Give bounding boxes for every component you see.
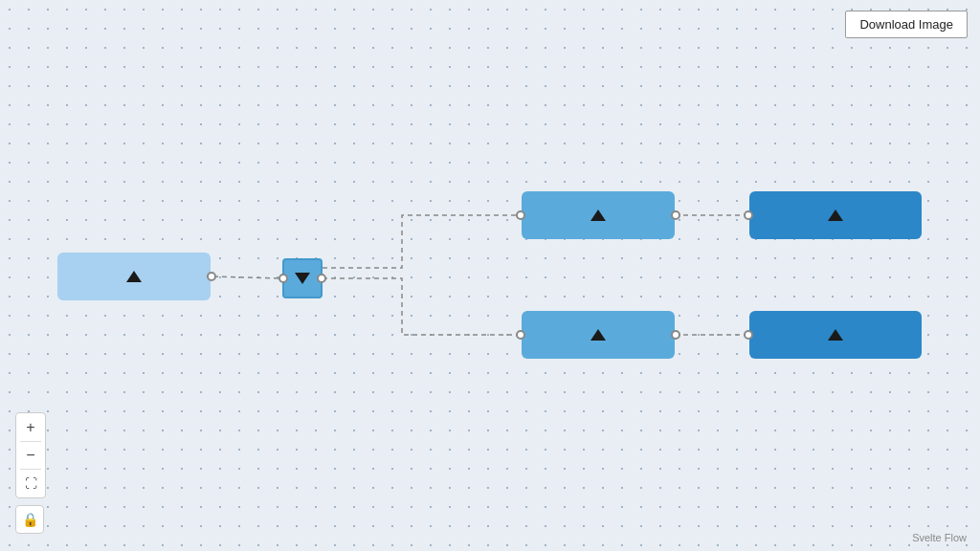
node-router[interactable] xyxy=(282,258,323,298)
node-3-right-port[interactable] xyxy=(671,210,680,220)
svg-line-0 xyxy=(213,276,282,278)
triangle-up-icon xyxy=(828,209,843,221)
node-source[interactable] xyxy=(57,253,211,300)
triangle-up-icon xyxy=(828,329,843,341)
watermark: Svelte Flow xyxy=(912,532,967,543)
zoom-divider xyxy=(20,441,41,442)
lock-button[interactable]: 🔒 xyxy=(15,505,44,534)
triangle-up-icon xyxy=(590,329,606,341)
router-left-port[interactable] xyxy=(278,274,288,283)
triangle-up-icon xyxy=(126,271,142,282)
node-3-left-port[interactable] xyxy=(516,210,525,220)
triangle-up-icon xyxy=(590,209,606,221)
zoom-in-button[interactable]: + xyxy=(20,417,41,438)
node-1-right-port[interactable] xyxy=(207,272,216,281)
node-5-left-port[interactable] xyxy=(516,330,525,340)
triangle-down-icon xyxy=(295,273,310,284)
router-right-port[interactable] xyxy=(317,274,326,283)
node-bottom-middle[interactable] xyxy=(522,311,675,359)
node-top-middle[interactable] xyxy=(522,191,675,239)
download-image-button[interactable]: Download Image xyxy=(845,11,968,38)
zoom-out-button[interactable]: − xyxy=(20,445,41,466)
fit-view-button[interactable]: ⛶ xyxy=(20,473,41,494)
zoom-divider-2 xyxy=(20,469,41,470)
node-bottom-right[interactable] xyxy=(749,311,922,359)
flow-canvas xyxy=(0,0,980,551)
zoom-controls: + − ⛶ xyxy=(15,412,46,498)
node-5-right-port[interactable] xyxy=(671,330,680,340)
node-top-right[interactable] xyxy=(749,191,922,239)
node-6-left-port[interactable] xyxy=(744,330,753,340)
node-4-left-port[interactable] xyxy=(744,210,753,220)
